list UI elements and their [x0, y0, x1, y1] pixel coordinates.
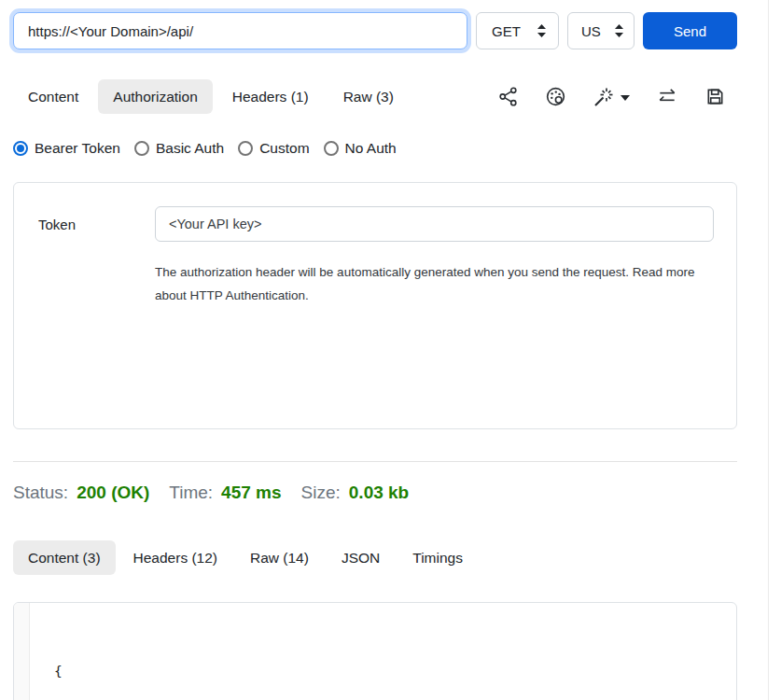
save-icon[interactable] — [704, 86, 726, 107]
response-tab-headers[interactable]: Headers (12) — [119, 540, 232, 575]
updown-arrows-icon — [537, 23, 547, 38]
response-tab-content[interactable]: Content (3) — [13, 540, 116, 575]
vertical-scrollbar[interactable] — [768, 0, 781, 700]
code-line: { — [54, 660, 290, 683]
request-bar: GET US Send — [13, 12, 737, 49]
api-client-page: GET US Send Content Authorization Header… — [13, 12, 737, 700]
auth-panel: Token The authorization header will be a… — [13, 182, 737, 429]
region-select[interactable]: US — [567, 12, 635, 49]
radio-no-auth[interactable]: No Auth — [324, 140, 397, 157]
size-group: Size: 0.03 kb — [301, 483, 410, 503]
magic-wand-icon[interactable] — [593, 86, 630, 108]
tab-raw[interactable]: Raw (3) — [328, 79, 409, 114]
response-tab-raw[interactable]: Raw (14) — [235, 540, 324, 575]
auth-type-options: Bearer Token Basic Auth Custom No Auth — [13, 140, 737, 157]
tab-content[interactable]: Content — [13, 79, 93, 114]
radio-unselected-icon — [238, 141, 253, 156]
token-label: Token — [38, 217, 155, 232]
response-body-viewer[interactable]: { "message": "API running." } — [13, 602, 737, 700]
updown-arrows-icon — [614, 23, 624, 38]
status-group: Status: 200 (OK) — [13, 483, 149, 503]
radio-selected-icon — [13, 141, 28, 156]
tab-headers[interactable]: Headers (1) — [217, 79, 324, 114]
status-label: Status: — [13, 483, 68, 503]
time-label: Time: — [169, 483, 213, 503]
time-value: 457 ms — [221, 483, 281, 503]
size-label: Size: — [301, 483, 341, 503]
response-tabs: Content (3) Headers (12) Raw (14) JSON T… — [13, 540, 737, 575]
region-select-value: US — [581, 23, 601, 39]
code-gutter — [14, 603, 30, 700]
url-input[interactable] — [13, 12, 467, 49]
send-button[interactable]: Send — [643, 12, 737, 49]
radio-label: No Auth — [345, 140, 397, 157]
share-icon[interactable] — [497, 86, 519, 107]
palette-icon[interactable] — [545, 86, 566, 107]
token-input[interactable] — [155, 206, 714, 242]
section-divider — [13, 461, 737, 462]
radio-label: Custom — [259, 140, 309, 157]
method-select-value: GET — [492, 23, 521, 39]
tab-authorization[interactable]: Authorization — [98, 79, 212, 114]
response-tab-timings[interactable]: Timings — [397, 540, 478, 575]
radio-bearer-token[interactable]: Bearer Token — [13, 140, 120, 157]
request-toolbar — [497, 86, 737, 108]
status-value: 200 (OK) — [77, 483, 149, 503]
request-tabs: Content Authorization Headers (1) Raw (3… — [13, 79, 737, 114]
swap-arrows-icon[interactable] — [656, 86, 678, 107]
radio-unselected-icon — [324, 141, 339, 156]
size-value: 0.03 kb — [349, 483, 409, 503]
radio-basic-auth[interactable]: Basic Auth — [134, 140, 224, 157]
token-row: Token — [38, 206, 714, 242]
response-json: { "message": "API running." } — [30, 603, 290, 700]
method-select[interactable]: GET — [476, 12, 559, 49]
response-status-bar: Status: 200 (OK) Time: 457 ms Size: 0.03… — [13, 483, 737, 503]
auth-helper-text: The authorization header will be automat… — [155, 260, 711, 307]
chevron-down-icon — [621, 95, 630, 101]
radio-custom[interactable]: Custom — [238, 140, 309, 157]
time-group: Time: 457 ms — [169, 483, 281, 503]
radio-label: Bearer Token — [35, 140, 120, 157]
response-tab-json[interactable]: JSON — [327, 540, 395, 575]
radio-unselected-icon — [134, 141, 149, 156]
radio-label: Basic Auth — [156, 140, 224, 157]
